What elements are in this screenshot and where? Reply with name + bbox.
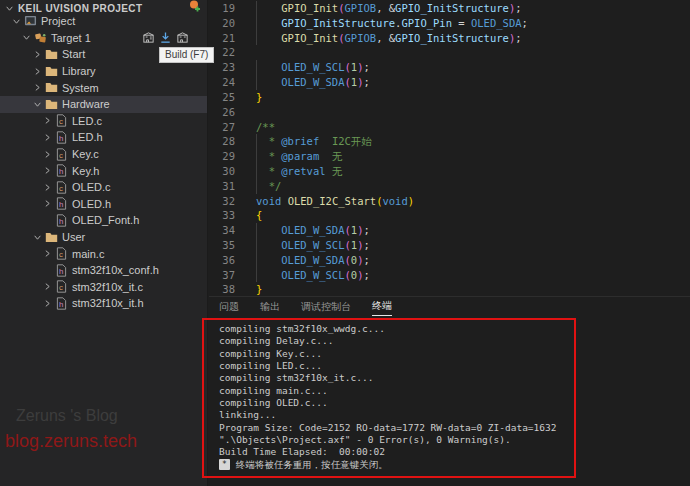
tree-item-user[interactable]: User [0,229,207,246]
sidebar-title: KEIL UVISION PROJECT [18,3,143,14]
chevron-right-icon[interactable] [41,131,53,143]
code-line-34[interactable]: 34 OLED_W_SDA(1); [209,223,690,238]
code-line-27[interactable]: 27/** [209,120,690,135]
line-number: 35 [209,238,235,253]
rebuild-icon[interactable] [175,31,189,45]
tree-item-led-c[interactable]: cLED.c [0,113,207,130]
panel-tab-terminal-active[interactable]: 终端 [372,299,392,316]
tree-item-oled-h[interactable]: hOLED.h [0,196,207,213]
tree-item-label: Start [62,48,85,60]
terminal-line: compiling stm32f10x_wwdg.c... [219,323,556,335]
tree-item-label: Key.h [72,165,99,177]
terminal-line: Build Time Elapsed: 00:00:02 [219,446,556,458]
panel-tab-调试控制台[interactable]: 调试控制台 [301,300,351,316]
code-text: OLED_W_SDA(1); [256,223,370,238]
code-line-28[interactable]: 28 * @brief I2C开始 [209,134,690,149]
keil-extension-icon[interactable] [188,0,202,14]
tree-item-hardware[interactable]: Hardware [0,96,207,113]
tree-item-target-1[interactable]: Target 1 [0,30,207,47]
code-line-32[interactable]: 32void OLED_I2C_Start(void) [209,194,690,209]
code-line-36[interactable]: 36 OLED_W_SDA(0); [209,253,690,268]
code-editor[interactable]: 19 GPIO_Init(GPIOB, &GPIO_InitStructure)… [209,0,690,296]
code-line-30[interactable]: 30 * @retval 无 [209,164,690,179]
tree-item-label: Target 1 [51,32,91,44]
code-line-20[interactable]: 20 GPIO_InitStructure.GPIO_Pin = OLED_SD… [209,16,690,31]
tree-item-led-h[interactable]: hLED.h [0,129,207,146]
panel-tab-问题[interactable]: 问题 [219,300,239,316]
tree-item-key-c[interactable]: cKey.c [0,146,207,163]
hfile-icon: h [54,130,68,144]
tree-item-oled-c[interactable]: cOLED.c [0,179,207,196]
chevron-right-icon[interactable] [41,115,53,127]
chevron-right-icon[interactable] [41,181,53,193]
code-line-29[interactable]: 29 * @param 无 [209,149,690,164]
tree-item-key-h[interactable]: hKey.h [0,162,207,179]
cfile-icon: c [54,180,68,194]
code-text: OLED_W_SCL(1); [256,238,370,253]
tree-item-system[interactable]: System [0,79,207,96]
line-number: 25 [209,90,235,105]
folder-icon [44,230,58,244]
terminal-line: ".\Objects\Project.axf" - 0 Error(s), 0 … [219,434,556,446]
code-text: { [256,208,262,223]
code-line-31[interactable]: 31 */ [209,179,690,194]
tree-item-label: OLED_Font.h [72,214,139,226]
cfile-icon: c [54,280,68,294]
code-line-24[interactable]: 24 OLED_W_SDA(1); [209,75,690,90]
chevron-right-icon[interactable] [31,48,43,60]
terminal-output[interactable]: compiling stm32f10x_wwdg.c...compiling D… [219,323,556,471]
line-number: 28 [209,134,235,149]
watermark-text: Zeruns 's Blog [16,407,118,425]
code-line-37[interactable]: 37 OLED_W_SCL(0); [209,268,690,283]
build-icon[interactable] [141,31,155,45]
code-line-23[interactable]: 23 OLED_W_SCL(1); [209,60,690,75]
code-line-33[interactable]: 33{ [209,208,690,223]
chevron-right-icon[interactable] [41,165,53,177]
chevron-down-icon[interactable] [20,32,32,44]
code-line-25[interactable]: 25} [209,90,690,105]
bottom-panel: 问题输出调试控制台终端 compiling stm32f10x_wwdg.c..… [209,296,690,486]
chevron-right-icon[interactable] [41,281,53,293]
chevron-right-icon[interactable] [31,65,43,77]
chevron-down-icon[interactable] [31,231,43,243]
svg-text:c: c [58,183,62,192]
chevron-right-icon[interactable] [41,297,53,309]
chevron-right-icon[interactable] [41,248,53,260]
download-icon[interactable] [158,31,172,45]
chevron-right-icon[interactable] [41,198,53,210]
folder-icon [44,64,58,78]
tree-item-stm32f10x-it-h[interactable]: hstm32f10x_it.h [0,295,207,312]
line-number: 20 [209,16,235,31]
tree-item-main-c[interactable]: cmain.c [0,245,207,262]
svg-text:c: c [58,283,62,292]
folder-icon [44,47,58,61]
code-line-22[interactable]: 22 [209,45,690,60]
tree-item-label: main.c [72,248,104,260]
tree-item-label: stm32f10x_it.c [72,281,143,293]
tree-item-oled-font-h[interactable]: hOLED_Font.h [0,212,207,229]
terminal-line: compiling Delay.c... [219,335,556,347]
tree-item-label: Project [41,15,75,27]
panel-tab-输出[interactable]: 输出 [260,300,280,316]
code-line-38[interactable]: 38} [209,282,690,296]
tree-item-stm32f10x-it-c[interactable]: cstm32f10x_it.c [0,279,207,296]
code-line-35[interactable]: 35 OLED_W_SCL(1); [209,238,690,253]
tree-item-library[interactable]: Library [0,63,207,80]
code-text: */ [256,179,281,194]
tree-item-stm32f10x-conf-h[interactable]: hstm32f10x_conf.h [0,262,207,279]
chevron-down-icon[interactable] [31,98,43,110]
terminal-line: compiling main.c... [219,385,556,397]
code-line-19[interactable]: 19 GPIO_Init(GPIOB, &GPIO_InitStructure)… [209,1,690,16]
terminal-line-task-reuse: *终端将被任务重用，按任意键关闭。 [219,459,556,471]
chevron-right-icon[interactable] [41,148,53,160]
tree-item-label: System [62,82,99,94]
terminal-line: compiling OLED.c... [219,397,556,409]
chevron-down-icon[interactable] [10,15,22,27]
chevron-right-icon[interactable] [31,82,43,94]
chevron-placeholder [41,214,53,226]
line-number: 34 [209,223,235,238]
code-line-21[interactable]: 21 GPIO_Init(GPIOB, &GPIO_InitStructure)… [209,31,690,46]
code-line-26[interactable]: 26 [209,105,690,120]
tree-item-project[interactable]: Project [0,13,207,30]
terminal-line: Program Size: Code=2152 RO-data=1772 RW-… [219,422,556,434]
